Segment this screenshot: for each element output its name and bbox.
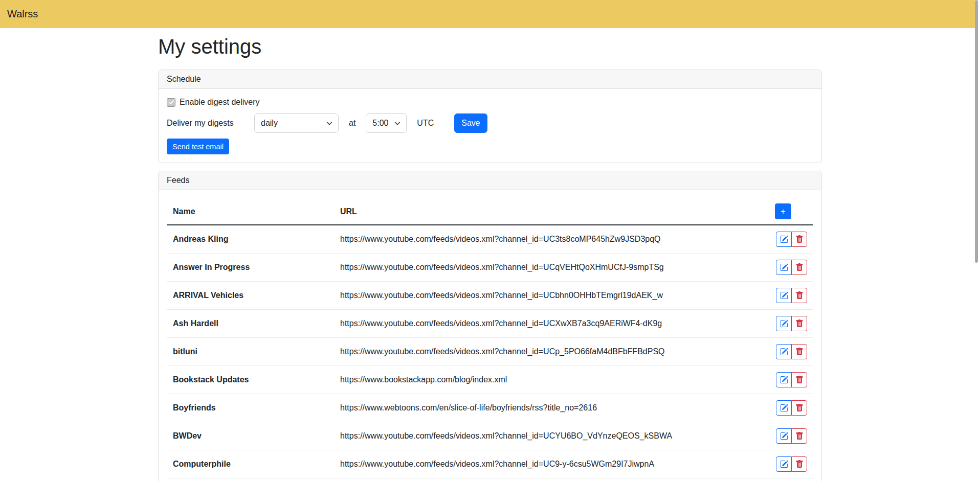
send-test-email-button[interactable]: Send test email xyxy=(167,139,229,154)
chevron-down-icon xyxy=(326,120,333,127)
edit-feed-button[interactable] xyxy=(776,232,792,247)
feed-actions xyxy=(776,456,807,472)
feed-row: Andreas Kling https://www.youtube.com/fe… xyxy=(167,225,813,254)
enable-digest-label[interactable]: Enable digest delivery xyxy=(180,98,260,107)
app-brand[interactable]: Walrss xyxy=(7,8,38,20)
delete-feed-button[interactable] xyxy=(791,456,807,472)
delete-feed-button[interactable] xyxy=(791,344,807,359)
delete-feed-button[interactable] xyxy=(791,316,807,331)
trash-icon xyxy=(795,376,804,384)
trash-icon xyxy=(795,432,804,440)
feed-row: Answer In Progress https://www.youtube.c… xyxy=(167,254,813,282)
feed-name: bitluni xyxy=(167,338,334,366)
edit-feed-button[interactable] xyxy=(776,400,792,416)
feed-actions xyxy=(776,372,807,387)
time-select[interactable]: 5:00 xyxy=(366,113,407,133)
feeds-card-header: Feeds xyxy=(159,171,821,190)
trash-icon xyxy=(795,235,804,243)
pencil-square-icon xyxy=(780,404,788,412)
feed-name: Answer In Progress xyxy=(167,254,334,282)
feeds-card: Feeds Name URL + Andreas Kling https://w… xyxy=(158,171,822,481)
deliver-label: Deliver my digests xyxy=(167,119,254,128)
delivery-settings-row: Deliver my digests daily at 5:00 UTC Sav… xyxy=(167,113,813,133)
feed-actions xyxy=(776,344,807,359)
feed-row: Ash Hardell https://www.youtube.com/feed… xyxy=(167,310,813,338)
feed-name: Boyfriends xyxy=(167,394,334,422)
edit-feed-button[interactable] xyxy=(776,372,792,387)
edit-feed-button[interactable] xyxy=(776,288,792,303)
feed-name: Bookstack Updates xyxy=(167,366,334,394)
feed-url: https://www.youtube.com/feeds/videos.xml… xyxy=(334,310,762,338)
pencil-square-icon xyxy=(780,460,788,468)
edit-feed-button[interactable] xyxy=(776,260,792,275)
pencil-square-icon xyxy=(780,376,788,384)
feed-url: https://www.youtube.com/feeds/videos.xml… xyxy=(334,450,762,478)
schedule-card-header: Schedule xyxy=(159,70,821,89)
edit-feed-button[interactable] xyxy=(776,428,792,444)
pencil-square-icon xyxy=(780,432,788,440)
schedule-card: Schedule Enable digest delivery Deliver … xyxy=(158,70,822,163)
delete-feed-button[interactable] xyxy=(791,260,807,275)
feed-url: https://www.youtube.com/feeds/videos.xml… xyxy=(334,338,762,366)
feed-name: Computerphile xyxy=(167,450,334,478)
feed-name: Andreas Kling xyxy=(167,225,334,254)
feed-url: https://www.youtube.com/feeds/videos.xml… xyxy=(334,422,762,450)
feed-actions xyxy=(776,428,807,444)
feeds-card-body: Name URL + Andreas Kling https://www.you… xyxy=(159,190,821,481)
feed-actions xyxy=(776,400,807,416)
enable-digest-row: Enable digest delivery xyxy=(167,98,813,107)
pencil-square-icon xyxy=(780,235,788,243)
column-header-name: Name xyxy=(167,198,334,225)
edit-feed-button[interactable] xyxy=(776,456,792,472)
feed-row: Boyfriends https://www.webtoons.com/en/s… xyxy=(167,394,813,422)
feeds-table: Name URL + Andreas Kling https://www.you… xyxy=(167,198,813,481)
add-feed-button[interactable]: + xyxy=(775,203,791,219)
frequency-select[interactable]: daily xyxy=(254,113,339,133)
timezone-label: UTC xyxy=(417,119,434,128)
feed-row: Bookstack Updates https://www.bookstacka… xyxy=(167,366,813,394)
delete-feed-button[interactable] xyxy=(791,400,807,416)
column-header-actions: + xyxy=(762,198,813,225)
page-title: My settings xyxy=(158,34,822,59)
feed-url: https://www.youtube.com/feeds/videos.xml… xyxy=(334,225,762,254)
feed-actions xyxy=(776,260,807,275)
feed-name: Ash Hardell xyxy=(167,310,334,338)
trash-icon xyxy=(795,291,804,300)
schedule-card-body: Enable digest delivery Deliver my digest… xyxy=(159,89,821,163)
feed-row: Computerphile https://www.youtube.com/fe… xyxy=(167,450,813,478)
pencil-square-icon xyxy=(780,348,788,356)
feed-url: https://www.webtoons.com/en/slice-of-lif… xyxy=(334,394,762,422)
feed-url: https://www.youtube.com/feeds/videos.xml… xyxy=(334,282,762,310)
delete-feed-button[interactable] xyxy=(791,428,807,444)
column-header-url: URL xyxy=(334,198,762,225)
navbar: Walrss xyxy=(0,0,975,28)
trash-icon xyxy=(795,348,804,356)
delete-feed-button[interactable] xyxy=(791,232,807,247)
feed-row: Fireship https://www.youtube.com/feeds/v… xyxy=(167,478,813,481)
enable-digest-checkbox[interactable] xyxy=(167,98,175,107)
at-label: at xyxy=(349,119,355,128)
pencil-square-icon xyxy=(780,263,788,271)
feed-name: BWDev xyxy=(167,422,334,450)
pencil-square-icon xyxy=(780,291,788,300)
feed-actions xyxy=(776,232,807,247)
trash-icon xyxy=(795,460,804,468)
pencil-square-icon xyxy=(780,319,788,328)
delete-feed-button[interactable] xyxy=(791,372,807,387)
delete-feed-button[interactable] xyxy=(791,288,807,303)
feed-url: https://www.youtube.com/feeds/videos.xml… xyxy=(334,254,762,282)
feed-row: bitluni https://www.youtube.com/feeds/vi… xyxy=(167,338,813,366)
page-scrollbar[interactable] xyxy=(975,0,978,263)
trash-icon xyxy=(795,404,804,412)
main-content: My settings Schedule Enable digest deliv… xyxy=(158,28,822,481)
chevron-down-icon xyxy=(394,120,401,127)
feed-actions xyxy=(776,316,807,331)
time-value: 5:00 xyxy=(372,119,388,128)
save-button[interactable]: Save xyxy=(454,113,487,133)
frequency-value: daily xyxy=(261,119,278,128)
edit-feed-button[interactable] xyxy=(776,316,792,331)
trash-icon xyxy=(795,319,804,328)
check-icon xyxy=(168,99,174,105)
feed-name: ARRIVAL Vehicles xyxy=(167,282,334,310)
edit-feed-button[interactable] xyxy=(776,344,792,359)
